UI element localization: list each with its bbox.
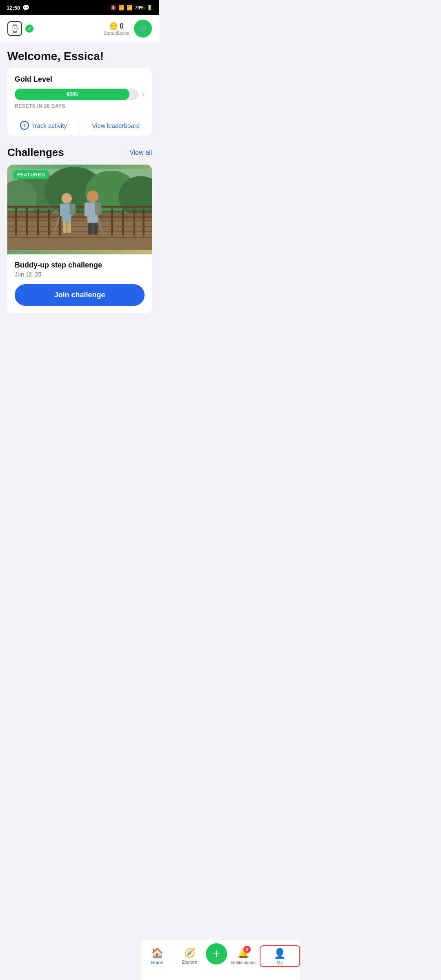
svg-rect-28 (63, 222, 67, 233)
svg-rect-35 (88, 223, 93, 235)
svg-rect-18 (7, 206, 152, 208)
messenger-icon: 💬 (22, 4, 29, 11)
svg-rect-36 (94, 223, 98, 235)
challenges-section-header: Challenges View all (7, 145, 152, 159)
main-content: Welcome, Essica! Gold Level 93% › RESETS… (0, 42, 159, 313)
sprout-amount: 0 (120, 22, 124, 31)
view-all-link[interactable]: View all (129, 149, 152, 156)
view-leaderboard-button[interactable]: View leaderboard (80, 115, 152, 136)
level-title: Gold Level (15, 75, 145, 84)
header-left: ⌚ ✓ (7, 21, 33, 36)
view-leaderboard-label: View leaderboard (92, 122, 140, 129)
challenge-date: Jun 12–25 (15, 271, 145, 278)
svg-rect-33 (85, 203, 89, 216)
track-activity-button[interactable]: + Track activity (7, 115, 80, 136)
svg-rect-26 (60, 203, 64, 216)
welcome-heading: Welcome, Essica! (7, 42, 152, 68)
time-display: 12:50 (7, 5, 20, 11)
cart-icon: 🛒 (138, 24, 148, 33)
app-header: ⌚ ✓ 🪙 0 SproutBucks 🛒 (0, 15, 159, 42)
level-card-top: Gold Level 93% › RESETS IN 26 DAYS (7, 68, 152, 115)
signal-icon: 📶 (127, 5, 133, 11)
progress-arrow-icon[interactable]: › (143, 91, 145, 98)
challenge-title: Buddy-up step challenge (15, 261, 145, 270)
track-activity-label: Track activity (31, 122, 67, 129)
battery-icon: 🔋 (147, 5, 153, 11)
plus-circle-icon: + (20, 121, 29, 130)
svg-point-24 (62, 193, 72, 203)
battery-text: 79% (135, 5, 145, 11)
coins-icon: 🪙 (109, 22, 118, 31)
challenge-info: Buddy-up step challenge Jun 12–25 Join c… (7, 254, 152, 313)
cart-button[interactable]: 🛒 (134, 20, 152, 38)
challenge-image: FEATURED (7, 165, 152, 254)
level-card-actions: + Track activity View leaderboard (7, 115, 152, 136)
watch-icon: ⌚ (7, 21, 22, 36)
status-right: 🔇 📶 📶 79% 🔋 (110, 5, 153, 11)
svg-rect-39 (95, 202, 101, 215)
wifi-icon: 📶 (118, 5, 125, 11)
progress-bar-container: 93% (15, 89, 138, 100)
svg-rect-38 (69, 203, 76, 214)
challenge-card: FEATURED Buddy-up step challenge Jun 12–… (7, 165, 152, 313)
svg-rect-19 (7, 212, 152, 213)
connected-badge: ✓ (25, 24, 33, 33)
svg-rect-29 (67, 222, 71, 233)
header-right: 🪙 0 SproutBucks 🛒 (104, 20, 152, 38)
progress-label: 93% (67, 91, 78, 98)
svg-rect-7 (7, 217, 152, 250)
svg-point-31 (87, 191, 98, 203)
progress-bar-fill: 93% (15, 89, 129, 100)
mute-icon: 🔇 (110, 5, 116, 11)
featured-badge: FEATURED (13, 170, 49, 179)
level-card: Gold Level 93% › RESETS IN 26 DAYS + Tra… (7, 68, 152, 136)
challenges-title: Challenges (7, 146, 64, 159)
status-left: 12:50 💬 (7, 4, 29, 11)
svg-rect-8 (7, 216, 152, 218)
sprout-bucks-label: SproutBucks (104, 31, 129, 36)
progress-row: 93% › (15, 89, 145, 100)
join-challenge-button[interactable]: Join challenge (15, 284, 145, 306)
sprout-bucks-display: 🪙 0 SproutBucks (104, 22, 129, 36)
status-bar: 12:50 💬 🔇 📶 📶 79% 🔋 (0, 0, 159, 15)
resets-text: RESETS IN 26 DAYS (15, 103, 145, 109)
